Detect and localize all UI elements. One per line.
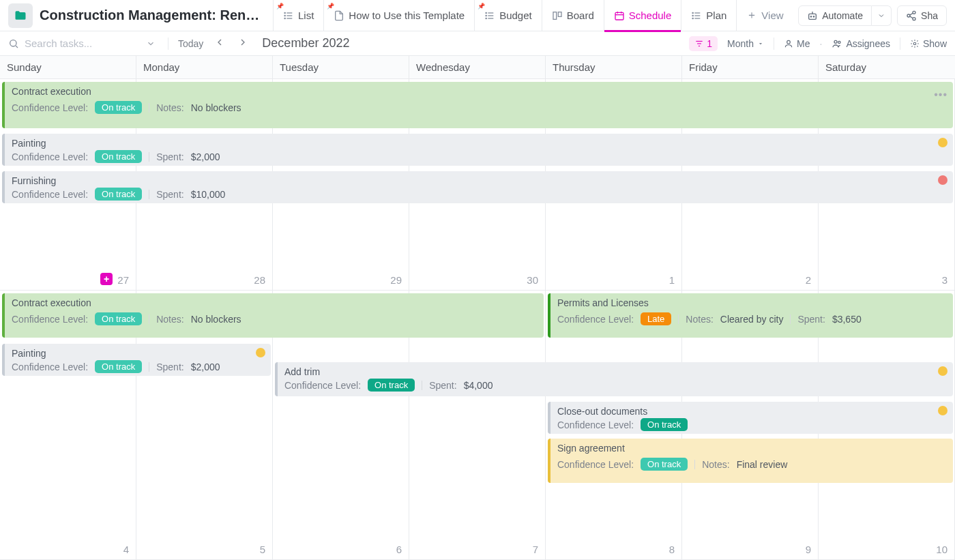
svg-line-31 <box>910 13 913 15</box>
more-icon[interactable]: ••• <box>934 89 947 101</box>
event-title: Furnishing <box>12 175 946 186</box>
view-tabs: 📌 List 📌 How to Use this Template 📌 Budg… <box>273 0 793 31</box>
tab-howto[interactable]: 📌 How to Use this Template <box>323 0 474 31</box>
chevron-down-icon <box>877 12 885 20</box>
tab-label: Plan <box>706 10 726 21</box>
calendar-toolbar: Today December 2022 1 Month Me · Assigne… <box>0 31 955 56</box>
date-number: 7 <box>533 544 538 555</box>
svg-rect-13 <box>558 12 561 16</box>
event-permits[interactable]: Permits and Licenses Confidence Level: L… <box>548 293 953 338</box>
caret-down-icon <box>757 40 764 47</box>
weekday-header: Sunday Monday Tuesday Wednesday Thursday… <box>0 56 955 79</box>
date-number: 6 <box>396 544 402 555</box>
field-value: $2,000 <box>191 151 220 162</box>
me-label: Me <box>797 38 810 49</box>
automate-dropdown[interactable] <box>872 5 892 26</box>
calendar-body: + 27 28 29 30 1 2 3 ••• Contract executi… <box>0 79 955 560</box>
date-number: 9 <box>806 544 811 555</box>
chevron-right-icon <box>237 37 248 48</box>
next-month-button[interactable] <box>236 37 250 50</box>
top-bar: Construction Management: Renovatio... 📌 … <box>0 0 955 31</box>
separator-dot: · <box>819 38 822 49</box>
separator <box>149 152 149 162</box>
date-number: 8 <box>669 544 675 555</box>
tab-schedule[interactable]: Schedule <box>604 0 681 31</box>
event-title: Permits and Licenses <box>557 297 946 308</box>
field-label: Spent: <box>429 380 456 391</box>
event-add-trim[interactable]: Add trim Confidence Level: On track Spen… <box>275 362 953 396</box>
event-closeout[interactable]: Close-out documents Confidence Level: On… <box>548 402 953 434</box>
share-icon <box>906 10 917 21</box>
show-button[interactable]: Show <box>910 38 947 49</box>
tab-label: List <box>298 10 314 21</box>
chevron-left-icon <box>214 37 225 48</box>
tab-label: Schedule <box>629 10 672 21</box>
prev-month-button[interactable] <box>213 37 226 50</box>
date-number: 28 <box>254 274 265 286</box>
event-painting[interactable]: Painting Confidence Level: On track Spen… <box>2 344 271 376</box>
scale-selector[interactable]: Month <box>727 38 764 49</box>
event-painting[interactable]: Painting Confidence Level: On track Spen… <box>2 134 953 166</box>
calendar-week: + 27 28 29 30 1 2 3 ••• Contract executi… <box>0 79 955 291</box>
svg-rect-12 <box>553 12 557 19</box>
field-label: Spent: <box>156 362 183 372</box>
svg-point-11 <box>486 18 486 18</box>
status-badge: On track <box>95 360 142 373</box>
person-icon <box>784 39 793 48</box>
event-furnishing[interactable]: Furnishing Confidence Level: On track Sp… <box>2 171 953 203</box>
field-label: Spent: <box>156 189 183 200</box>
svg-point-26 <box>813 16 814 16</box>
weekday: Sunday <box>0 56 136 78</box>
add-view-button[interactable]: ＋ View <box>736 0 793 31</box>
add-task-button[interactable]: + <box>100 273 113 285</box>
folder-icon[interactable] <box>8 3 33 28</box>
assignees-filter[interactable]: Assignees <box>832 38 890 49</box>
weekday: Saturday <box>819 56 955 78</box>
page-title[interactable]: Construction Management: Renovatio... <box>40 8 265 23</box>
tab-label: Budget <box>499 10 532 21</box>
tab-plan[interactable]: Plan <box>681 0 736 31</box>
share-button[interactable]: Sha <box>897 5 947 26</box>
tab-list[interactable]: 📌 List <box>273 0 323 31</box>
filter-indicator[interactable]: 1 <box>689 36 718 51</box>
search-input[interactable] <box>25 38 134 49</box>
weekday: Friday <box>682 56 819 78</box>
separator <box>694 460 695 469</box>
svg-rect-14 <box>615 12 623 20</box>
tab-budget[interactable]: 📌 Budget <box>474 0 542 31</box>
tab-label: How to Use this Template <box>349 10 465 21</box>
field-label: Confidence Level: <box>12 189 88 200</box>
separator <box>149 103 149 113</box>
weekday: Wednesday <box>409 56 546 78</box>
today-button[interactable]: Today <box>178 38 203 49</box>
search-dropdown[interactable] <box>143 36 158 51</box>
tab-board[interactable]: Board <box>542 0 604 31</box>
status-indicator-icon <box>938 406 947 415</box>
field-value: Cleared by city <box>720 314 784 325</box>
status-badge: On track <box>641 418 688 431</box>
status-badge: Late <box>641 312 671 325</box>
date-number: 29 <box>390 274 402 286</box>
svg-point-23 <box>692 18 693 18</box>
svg-point-25 <box>810 16 811 16</box>
share-label: Sha <box>921 10 938 21</box>
automate-button[interactable]: Automate <box>798 5 872 26</box>
event-title: Contract execution <box>12 297 537 308</box>
svg-point-38 <box>787 40 791 44</box>
assignees-label: Assignees <box>846 38 890 49</box>
separator <box>149 314 149 324</box>
event-title: Close-out documents <box>557 406 946 417</box>
status-badge: On track <box>95 101 142 114</box>
me-filter[interactable]: Me <box>784 38 810 49</box>
event-contract-execution[interactable]: Contract execution Confidence Level: On … <box>2 293 544 338</box>
pin-icon: 📌 <box>276 3 284 10</box>
svg-point-39 <box>834 40 837 43</box>
date-number: 30 <box>527 274 538 286</box>
field-value: $10,000 <box>191 189 226 200</box>
field-label: Notes: <box>702 459 729 470</box>
svg-point-30 <box>913 17 915 20</box>
event-sign-agreement[interactable]: Sign agreement Confidence Level: On trac… <box>548 439 953 483</box>
status-badge: On track <box>641 458 688 471</box>
event-contract-execution[interactable]: ••• Contract execution Confidence Level:… <box>2 82 953 128</box>
status-indicator-icon <box>256 348 265 357</box>
